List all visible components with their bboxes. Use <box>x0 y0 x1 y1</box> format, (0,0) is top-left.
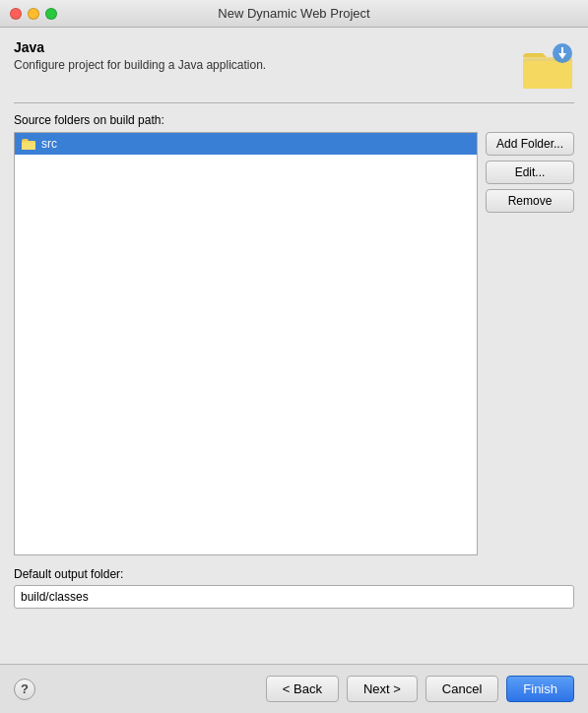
remove-button[interactable]: Remove <box>486 189 574 213</box>
traffic-lights[interactable] <box>10 8 57 20</box>
title-bar: New Dynamic Web Project <box>0 0 588 28</box>
svg-rect-2 <box>523 61 572 89</box>
folder-small-icon <box>21 136 36 152</box>
help-button[interactable]: ? <box>14 679 35 700</box>
next-button[interactable]: Next > <box>347 676 418 702</box>
main-area: src Add Folder... Edit... Remove <box>14 132 574 555</box>
maximize-button[interactable] <box>45 8 57 20</box>
list-item-label: src <box>41 137 57 151</box>
java-folder-icon <box>521 39 574 93</box>
source-folders-label: Source folders on build path: <box>14 113 574 127</box>
output-folder-section: Default output folder: <box>14 567 574 615</box>
header-description: Configure project for building a Java ap… <box>14 58 521 72</box>
window-title: New Dynamic Web Project <box>218 6 369 21</box>
svg-rect-5 <box>561 47 563 53</box>
footer-buttons: < Back Next > Cancel Finish <box>266 676 574 702</box>
output-folder-label: Default output folder: <box>14 567 574 581</box>
header-divider <box>14 102 574 103</box>
add-folder-button[interactable]: Add Folder... <box>486 132 574 156</box>
content-area: Java Configure project for building a Ja… <box>0 28 588 615</box>
svg-rect-7 <box>22 143 35 150</box>
list-item[interactable]: src <box>15 133 477 155</box>
cancel-button[interactable]: Cancel <box>425 676 498 702</box>
header-text: Java Configure project for building a Ja… <box>14 39 521 72</box>
source-folders-list[interactable]: src <box>14 132 478 555</box>
edit-button[interactable]: Edit... <box>486 161 574 184</box>
close-button[interactable] <box>10 8 22 20</box>
header-section: Java Configure project for building a Ja… <box>14 39 574 93</box>
minimize-button[interactable] <box>28 8 39 20</box>
output-folder-input[interactable] <box>14 585 574 609</box>
back-button[interactable]: < Back <box>266 676 339 702</box>
side-buttons: Add Folder... Edit... Remove <box>486 132 574 213</box>
header-title: Java <box>14 39 521 55</box>
finish-button[interactable]: Finish <box>506 676 574 702</box>
footer-left: ? <box>14 679 35 700</box>
footer: ? < Back Next > Cancel Finish <box>0 664 588 713</box>
